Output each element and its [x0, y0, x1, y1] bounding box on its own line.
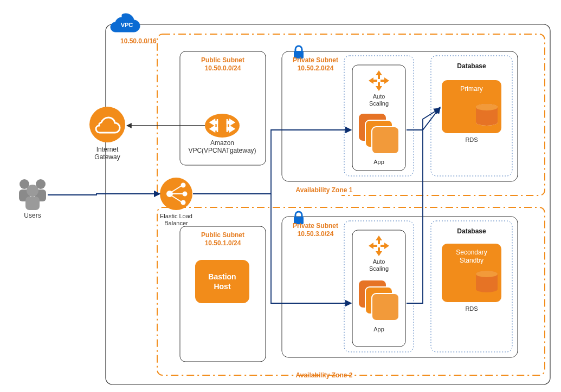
conn-app2-rds: [407, 108, 440, 303]
svg-point-49: [476, 271, 498, 277]
auto-scaling-icon-az2: [369, 236, 389, 256]
svg-point-8: [27, 185, 38, 197]
svg-rect-9: [25, 197, 40, 210]
elb-label1: Elastic Load: [160, 213, 192, 219]
architecture-diagram: VPC 10.50.0.0/16 Availability Zone 1 Ava…: [0, 0, 561, 392]
vpc-badge: VPC: [111, 14, 140, 32]
private-subnet-az1: Private Subnet 10.50.2.0/24 Auto Scaling…: [282, 46, 518, 181]
rds-secondary-label2: Standby: [460, 257, 483, 264]
vpc-cidr: 10.50.0.0/16: [120, 37, 157, 45]
svg-rect-38: [195, 260, 249, 303]
elb-label2: Balancer: [164, 220, 188, 226]
internet-gateway-icon: Internet Gateway: [89, 107, 125, 161]
autoscaling-az2-label2: Scaling: [369, 265, 389, 272]
svg-point-14: [182, 184, 185, 187]
svg-rect-29: [372, 127, 399, 154]
database-az2-grouplabel: Database: [457, 227, 486, 235]
app-icon-az1: [359, 114, 399, 154]
users-label: Users: [24, 212, 41, 219]
public-subnet-az1: Public Subnet 10.50.0.0/24 Amazon VPC(VP…: [180, 51, 266, 165]
rds-primary: Primary RDS: [442, 80, 501, 143]
az1-label: Availability Zone 1: [296, 186, 353, 194]
public-subnet-az1-title: Public Subnet: [201, 56, 244, 64]
rds-secondary: Secondary Standby RDS: [442, 244, 501, 312]
svg-point-16: [183, 192, 187, 196]
private-subnet-az1-title: Private Subnet: [293, 56, 338, 64]
autoscaling-az2-label1: Auto: [373, 258, 385, 265]
auto-scaling-icon-az1: [369, 70, 389, 91]
svg-point-36: [476, 104, 498, 110]
nat-gateway-icon: Amazon VPC(VPCNATgateway): [188, 114, 256, 154]
public-subnet-az2: Public Subnet 10.50.1.0/24 Bastion Host: [180, 226, 266, 362]
az2-label: Availability Zone 2: [296, 371, 353, 379]
public-subnet-az2-title: Public Subnet: [201, 231, 244, 239]
private-subnet-az2: Private Subnet 10.50.3.0/24 Auto Scaling…: [282, 212, 518, 357]
svg-point-20: [205, 114, 240, 138]
svg-point-10: [89, 107, 125, 142]
conn-users-elb: [48, 194, 160, 195]
rds-secondary-label1: Secondary: [456, 249, 487, 256]
bastion-label1: Bastion: [208, 272, 236, 281]
elb-icon: Elastic Load Balancer: [160, 178, 192, 226]
igw-label1: Internet: [96, 146, 119, 153]
rds-primary-label: Primary: [460, 85, 482, 93]
rds-primary-rdslabel: RDS: [465, 136, 478, 143]
private-subnet-az2-cidr: 10.50.3.0/24: [298, 230, 334, 238]
vpc-badge-text: VPC: [121, 22, 133, 28]
private-subnet-az1-cidr: 10.50.2.0/24: [298, 64, 334, 72]
rds-secondary-rdslabel: RDS: [465, 305, 478, 312]
database-az1-grouplabel: Database: [457, 62, 486, 70]
public-subnet-az1-cidr: 10.50.0.0/24: [205, 64, 241, 72]
app-az1-label: App: [373, 159, 384, 165]
svg-point-18: [182, 201, 185, 205]
app-az2-label: App: [373, 326, 384, 332]
users-icon: Users: [19, 179, 46, 219]
autoscaling-az1-label1: Auto: [373, 93, 385, 100]
conn-elb-app2: [271, 194, 351, 303]
private-subnet-az2-title: Private Subnet: [293, 222, 338, 230]
app-icon-az2: [359, 280, 399, 321]
nat-label2: VPC(VPCNATgateway): [188, 147, 256, 154]
nat-label1: Amazon: [210, 139, 234, 147]
igw-label2: Gateway: [94, 153, 120, 161]
autoscaling-az1-label2: Scaling: [369, 100, 389, 107]
public-subnet-az2-cidr: 10.50.1.0/24: [205, 239, 241, 247]
bastion-label2: Host: [214, 282, 230, 291]
svg-rect-45: [372, 293, 399, 321]
